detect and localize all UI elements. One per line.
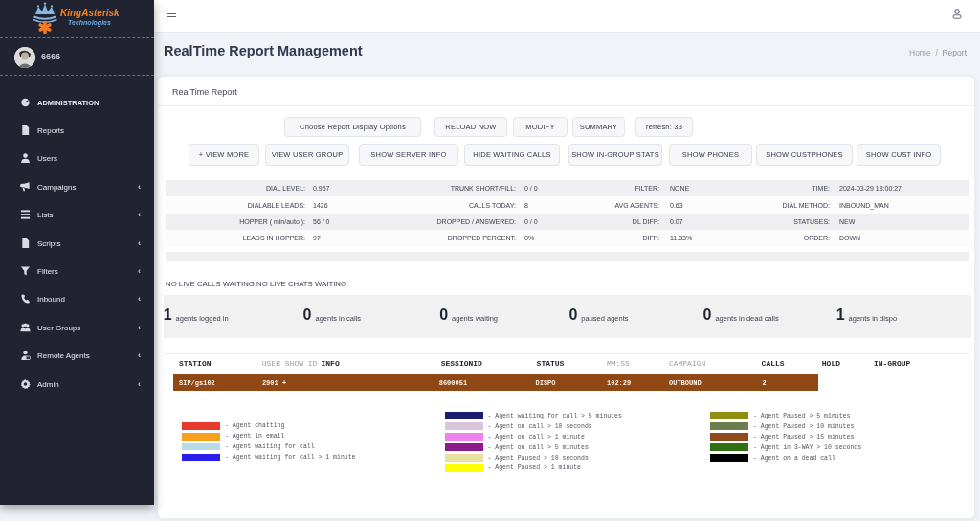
svg-text:KingAsterisk: KingAsterisk — [60, 8, 120, 18]
svg-text:Technologies: Technologies — [68, 19, 111, 27]
